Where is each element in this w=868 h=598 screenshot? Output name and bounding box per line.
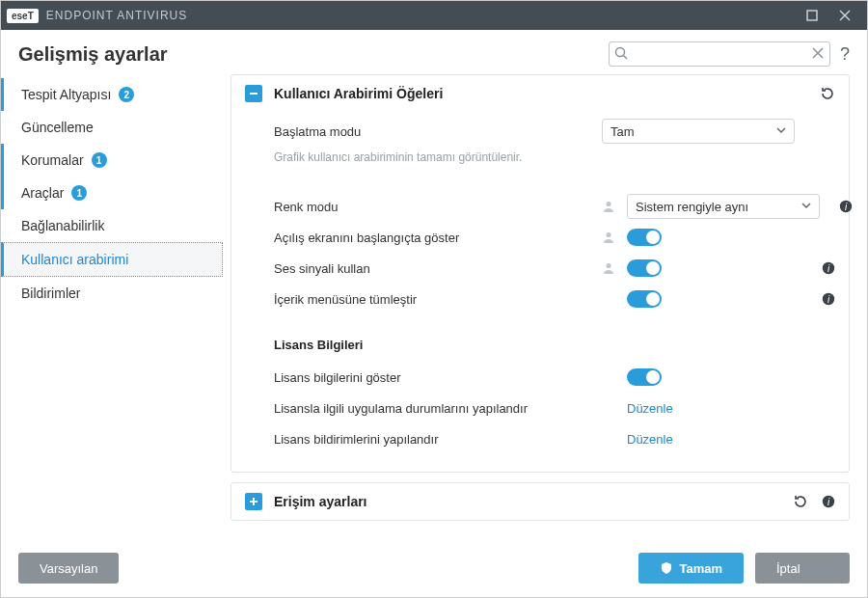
sound-toggle[interactable] (627, 259, 662, 277)
badge: 2 (119, 87, 134, 102)
panel-title: Kullanıcı Arabirimi Öğeleri (274, 86, 808, 101)
label-color-mode: Renk modu (274, 200, 592, 214)
sidebar-item-update[interactable]: Güncelleme (1, 111, 223, 144)
info-button[interactable]: i (822, 495, 835, 508)
page-title: Gelişmiş ayarlar (18, 43, 168, 66)
row-license-notifications: Lisans bildirimlerini yapılandır Düzenle (274, 423, 835, 454)
close-icon (839, 10, 851, 21)
window-close-button[interactable] (828, 1, 861, 30)
undo-icon (820, 86, 835, 101)
panel-title: Erişim ayarları (274, 494, 781, 509)
edit-notifications-link[interactable]: Düzenle (627, 432, 673, 447)
shield-icon (660, 561, 673, 575)
search-wrap (609, 41, 830, 67)
product-name: ENDPOINT ANTIVIRUS (46, 9, 187, 22)
titlebar: eseT ENDPOINT ANTIVIRUS (1, 1, 867, 30)
badge: 1 (71, 185, 87, 201)
color-mode-select-wrap: Sistem rengiyle aynı (627, 194, 820, 219)
label-context-menu: İçerik menüsüne tümleştir (274, 292, 592, 307)
info-icon: i (822, 261, 835, 275)
collapse-button[interactable] (245, 85, 262, 102)
label-sound: Ses sinyali kullan (274, 261, 592, 276)
sidebar-item-label: Bağlanabilirlik (21, 218, 104, 233)
sidebar-item-label: Araçlar (21, 185, 64, 201)
button-label: Varsayılan (40, 561, 97, 576)
sidebar-item-detection-engine[interactable]: Tespit Altyapısı 2 (1, 78, 223, 111)
svg-point-2 (606, 202, 610, 206)
panel-header: Kullanıcı Arabirimi Öğeleri (231, 75, 849, 112)
expand-button[interactable] (245, 493, 262, 510)
start-mode-select[interactable]: Tam (602, 119, 795, 144)
search-clear-button[interactable] (811, 46, 825, 60)
default-button[interactable]: Varsayılan (18, 553, 119, 584)
info-icon: i (822, 495, 835, 508)
revert-button[interactable] (820, 86, 835, 101)
user-icon (602, 200, 615, 213)
license-section-heading: Lisans Bilgileri (274, 338, 835, 352)
row-sound: Ses sinyali kullan i (274, 253, 835, 284)
info-button[interactable]: i (822, 261, 835, 275)
ok-button[interactable]: Tamam (638, 553, 744, 584)
user-icon (602, 231, 615, 244)
splash-toggle[interactable] (627, 229, 662, 246)
svg-point-1 (615, 48, 624, 57)
panel-ui-elements: Kullanıcı Arabirimi Öğeleri Başlatma mod… (231, 74, 850, 473)
row-license-app-states: Lisansla ilgili uygulama durumlarını yap… (274, 393, 835, 423)
button-label: İptal (776, 561, 800, 576)
hint-start-mode: Grafik kullanıcı arabiriminin tamamı gör… (274, 150, 835, 164)
button-label: Tamam (679, 561, 722, 576)
row-context-menu: İçerik menüsüne tümleştir i (274, 284, 835, 314)
show-license-toggle[interactable] (627, 368, 662, 386)
footer: Varsayılan Tamam İptal (1, 539, 867, 597)
sidebar-item-user-interface[interactable]: Kullanıcı arabirimi (1, 242, 223, 277)
brand-logo: eseT ENDPOINT ANTIVIRUS (7, 9, 187, 23)
info-button[interactable]: i (839, 200, 853, 213)
row-start-mode: Başlatma modu Tam (274, 116, 835, 147)
sidebar-item-label: Bildirimler (21, 285, 80, 301)
badge: 1 (92, 152, 107, 168)
panel-header: Erişim ayarları i (231, 483, 849, 520)
search-icon (614, 46, 628, 60)
user-icon (602, 261, 615, 275)
sidebar-item-label: Güncelleme (21, 120, 94, 135)
plus-icon (249, 497, 258, 506)
content-area: Kullanıcı Arabirimi Öğeleri Başlatma mod… (223, 74, 867, 531)
svg-point-6 (606, 263, 610, 268)
undo-icon (793, 494, 808, 509)
info-button[interactable]: i (822, 292, 835, 306)
row-color-mode: Renk modu Sistem rengiyle aynı (274, 191, 835, 222)
row-splash: Açılış ekranını başlangıçta göster (274, 222, 835, 253)
row-show-license: Lisans bilgilerini göster (274, 362, 835, 393)
svg-rect-0 (807, 11, 817, 20)
sidebar-item-notifications[interactable]: Bildirimler (1, 277, 223, 310)
sidebar-item-protections[interactable]: Korumalar 1 (1, 144, 223, 177)
sidebar-item-label: Kullanıcı arabirimi (21, 252, 128, 267)
start-mode-select-wrap: Tam (602, 119, 795, 144)
label-show-license: Lisans bilgilerini göster (274, 370, 592, 385)
sidebar-item-connectivity[interactable]: Bağlanabilirlik (1, 209, 223, 242)
sidebar-item-tools[interactable]: Araçlar 1 (1, 177, 223, 209)
edit-app-states-link[interactable]: Düzenle (627, 401, 673, 416)
label-splash: Açılış ekranını başlangıçta göster (274, 231, 592, 245)
label-license-notifications: Lisans bildirimlerini yapılandır (274, 432, 592, 447)
info-icon: i (822, 292, 835, 306)
page-header: Gelişmiş ayarlar ? (1, 30, 867, 74)
close-icon (811, 46, 825, 60)
square-icon (806, 10, 818, 21)
brand-badge: eseT (7, 9, 39, 23)
svg-point-5 (606, 232, 610, 237)
cancel-button[interactable]: İptal (755, 553, 850, 584)
help-button[interactable]: ? (840, 44, 850, 65)
label-license-app-states: Lisansla ilgili uygulama durumlarını yap… (274, 401, 592, 416)
sidebar: Tespit Altyapısı 2 Güncelleme Korumalar … (1, 74, 223, 531)
window-maximize-button[interactable] (796, 1, 828, 30)
search-input[interactable] (609, 41, 830, 67)
label-start-mode: Başlatma modu (274, 124, 592, 139)
revert-button[interactable] (793, 494, 808, 509)
color-mode-select[interactable]: Sistem rengiyle aynı (627, 194, 820, 219)
panel-access-settings: Erişim ayarları i (231, 482, 850, 521)
sidebar-item-label: Tespit Altyapısı (21, 87, 111, 102)
info-icon: i (839, 200, 853, 213)
sidebar-item-label: Korumalar (21, 152, 84, 168)
context-menu-toggle[interactable] (627, 290, 662, 308)
